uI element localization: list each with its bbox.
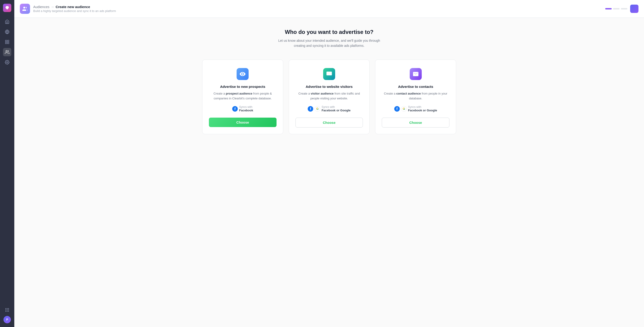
- sidebar-item-globe[interactable]: [3, 28, 11, 36]
- facebook-icon-3: f: [394, 106, 400, 112]
- prospects-icon: [236, 68, 248, 80]
- svg-rect-9: [7, 308, 8, 309]
- svg-rect-14: [6, 311, 6, 312]
- sidebar-item-home[interactable]: [3, 17, 11, 26]
- sidebar-item-building[interactable]: [3, 38, 11, 46]
- google-icon: G: [314, 106, 320, 112]
- sync-platform: Facebook: [239, 109, 253, 112]
- contacts-title: Advertise to contacts: [398, 85, 433, 88]
- contacts-desc: Create a contact audience from people in…: [382, 91, 450, 101]
- svg-rect-13: [8, 310, 9, 310]
- sync-platform-3: Facebook or Google: [408, 109, 437, 112]
- visitors-icon: [323, 68, 335, 80]
- svg-rect-11: [6, 310, 6, 310]
- sidebar-item-apps[interactable]: [3, 306, 11, 314]
- svg-rect-5: [6, 42, 7, 44]
- header-subtitle: Build a highly targeted audience and syn…: [33, 9, 605, 13]
- cards-grid: Advertise to new prospects Create a pros…: [202, 59, 456, 134]
- svg-rect-16: [8, 311, 9, 312]
- progress-step-3: [621, 8, 628, 9]
- progress-step-1: [605, 8, 612, 9]
- page-title: Who do you want to advertise to?: [285, 29, 374, 35]
- prospects-sync: f Syncs with Facebook: [232, 105, 253, 112]
- svg-rect-12: [7, 310, 8, 310]
- progress-indicator: [605, 8, 628, 9]
- visitors-sync: f G Syncs with Facebook or Google: [308, 105, 350, 112]
- sidebar-item-audiences[interactable]: [3, 48, 11, 56]
- svg-rect-8: [6, 308, 6, 309]
- choose-visitors-button[interactable]: Choose: [296, 118, 363, 127]
- prospects-desc: Create a prospect audience from people &…: [209, 91, 276, 101]
- header-icon: [20, 4, 30, 14]
- sync-label: Syncs with: [239, 105, 252, 109]
- svg-rect-3: [8, 40, 9, 42]
- card-contacts: Advertise to contacts Create a contact a…: [375, 59, 456, 134]
- app-icon: [630, 4, 638, 13]
- svg-rect-2: [6, 40, 7, 42]
- svg-point-6: [6, 50, 8, 52]
- sync-platform-2: Facebook or Google: [322, 109, 350, 112]
- facebook-icon-2: f: [308, 106, 313, 112]
- sync-label-3: Syncs with: [408, 105, 421, 109]
- svg-rect-4: [8, 42, 9, 44]
- sidebar-logo[interactable]: [3, 4, 11, 12]
- card-prospects: Advertise to new prospects Create a pros…: [202, 59, 283, 134]
- main-content: Audiences → Create new audience Build a …: [14, 0, 644, 327]
- visitors-title: Advertise to website visitors: [306, 85, 352, 88]
- breadcrumb-parent[interactable]: Audiences: [33, 5, 50, 9]
- sidebar: P: [0, 0, 14, 327]
- breadcrumb-current: Create new audience: [56, 5, 90, 9]
- contacts-sync: f G Syncs with Facebook or Google: [394, 105, 437, 112]
- facebook-icon: f: [232, 106, 238, 112]
- header-text: Audiences → Create new audience Build a …: [33, 5, 605, 13]
- sync-label-2: Syncs with: [322, 105, 335, 109]
- svg-point-7: [7, 62, 8, 63]
- choose-contacts-button[interactable]: Choose: [382, 118, 450, 127]
- avatar[interactable]: P: [4, 316, 11, 323]
- page-subtitle: Let us know about your intended audience…: [278, 38, 380, 48]
- breadcrumb-arrow: →: [51, 5, 54, 9]
- visitors-desc: Create a visitor audience from site traf…: [296, 91, 363, 101]
- page-content: Who do you want to advertise to? Let us …: [14, 18, 644, 327]
- breadcrumb: Audiences → Create new audience: [33, 5, 605, 9]
- progress-step-2: [613, 8, 620, 9]
- prospects-title: Advertise to new prospects: [220, 85, 265, 88]
- contacts-icon: [410, 68, 422, 80]
- svg-rect-18: [326, 71, 332, 75]
- svg-rect-10: [8, 308, 9, 309]
- sidebar-item-settings[interactable]: [3, 58, 11, 66]
- page-header: Audiences → Create new audience Build a …: [14, 0, 644, 18]
- svg-rect-15: [7, 311, 8, 312]
- svg-point-17: [23, 7, 25, 8]
- google-icon-2: G: [401, 106, 407, 112]
- card-visitors: Advertise to website visitors Create a v…: [289, 59, 370, 134]
- choose-prospects-button[interactable]: Choose: [209, 118, 276, 127]
